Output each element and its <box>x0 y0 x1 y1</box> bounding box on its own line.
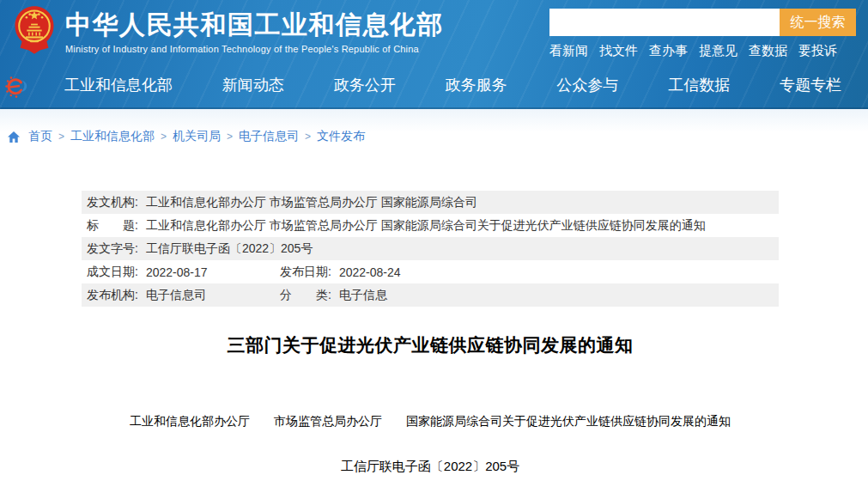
breadcrumb-bar: 首页 > 工业和信息化部 > 机关司局 > 电子信息司 > 文件发布 <box>0 109 868 151</box>
main-nav: 工业和信息化部 新闻动态 政务公开 政务服务 公众参与 工信数据 专题专栏 <box>64 75 841 95</box>
meta-row-publisher-category: 发布机构: 电子信息司 分 类: 电子信息 <box>82 283 779 307</box>
document-meta-table: 发文机构: 工业和信息化部办公厅 市场监管总局办公厅 国家能源局综合司 标 题:… <box>82 191 779 307</box>
breadcrumb-separator: > <box>305 131 311 143</box>
article-title: 三部门关于促进光伏产业链供应链协同发展的通知 <box>82 333 779 357</box>
quick-link-services[interactable]: 查办事 <box>649 43 688 59</box>
quick-link-documents[interactable]: 找文件 <box>599 43 638 59</box>
meta-label: 发布日期: <box>280 265 331 280</box>
meta-value: 电子信息司 <box>146 288 206 303</box>
quick-link-news[interactable]: 看新闻 <box>549 43 588 59</box>
nav-item-public-participation[interactable]: 公众参与 <box>556 75 618 95</box>
breadcrumb-item-document-release: 文件发布 <box>317 129 365 144</box>
breadcrumb-item-departments[interactable]: 机关司局 <box>173 129 221 144</box>
article-byline: 工业和信息化部办公厅 市场监管总局办公厅 国家能源局综合司关于促进光伏产业链供应… <box>82 414 779 429</box>
quick-links: 看新闻 找文件 查办事 提意见 查数据 要投诉 <box>549 43 856 59</box>
quick-link-data[interactable]: 查数据 <box>749 43 787 59</box>
nav-item-gov-services[interactable]: 政务服务 <box>445 75 507 95</box>
meta-value: 2022-08-17 <box>146 265 208 279</box>
nav-item-gov-affairs[interactable]: 政务公开 <box>334 75 396 95</box>
site-header: 中华人民共和国工业和信息化部 Ministry of Industry and … <box>0 0 868 109</box>
site-title-english: Ministry of Industry and Information Tec… <box>65 44 444 54</box>
article-doc-number: 工信厅联电子函〔2022〕205号 <box>82 459 779 475</box>
nav-item-miit[interactable]: 工业和信息化部 <box>64 75 173 95</box>
nav-item-miit-data[interactable]: 工信数据 <box>668 75 730 95</box>
quick-link-feedback[interactable]: 提意见 <box>699 43 737 59</box>
meta-value: 工业和信息化部办公厅 市场监管总局办公厅 国家能源局综合司关于促进光伏产业链供应… <box>146 218 706 234</box>
nav-item-special-columns[interactable]: 专题专栏 <box>780 75 841 95</box>
site-title: 中华人民共和国工业和信息化部 <box>65 10 444 40</box>
meta-value: 工业和信息化部办公厅 市场监管总局办公厅 国家能源局综合司 <box>146 195 477 210</box>
meta-row-document-number: 发文字号: 工信厅联电子函〔2022〕205号 <box>82 237 779 260</box>
search-area: 统一搜索 看新闻 找文件 查办事 提意见 查数据 要投诉 <box>549 9 856 59</box>
national-emblem-logo[interactable] <box>12 5 57 58</box>
meta-label: 发布机构: <box>87 288 138 303</box>
breadcrumb-item-electronic-info-dept[interactable]: 电子信息司 <box>239 129 299 144</box>
quick-link-complaint[interactable]: 要投诉 <box>798 43 837 59</box>
breadcrumb-separator: > <box>227 131 233 143</box>
meta-label: 发文字号: <box>87 241 138 257</box>
unified-search-button[interactable]: 统一搜索 <box>780 9 856 36</box>
breadcrumb: 首页 > 工业和信息化部 > 机关司局 > 电子信息司 > 文件发布 <box>7 129 365 144</box>
breadcrumb-separator: > <box>161 131 167 143</box>
breadcrumb-separator: > <box>58 131 64 143</box>
masthead-home-link[interactable]: 中华人民共和国工业和信息化部 Ministry of Industry and … <box>65 10 444 54</box>
breadcrumb-item-miit[interactable]: 工业和信息化部 <box>70 129 155 144</box>
breadcrumb-item-home[interactable]: 首页 <box>28 129 52 144</box>
meta-value: 工信厅联电子函〔2022〕205号 <box>146 241 313 257</box>
miit-logo-icon[interactable] <box>5 76 27 101</box>
meta-row-issuing-agency: 发文机构: 工业和信息化部办公厅 市场监管总局办公厅 国家能源局综合司 <box>82 191 779 214</box>
meta-row-title: 标 题: 工业和信息化部办公厅 市场监管总局办公厅 国家能源局综合司关于促进光伏… <box>82 214 779 237</box>
home-icon[interactable] <box>7 131 21 143</box>
meta-value: 2022-08-24 <box>339 265 401 279</box>
document-content: 发文机构: 工业和信息化部办公厅 市场监管总局办公厅 国家能源局综合司 标 题:… <box>82 191 779 475</box>
search-input[interactable] <box>549 9 780 36</box>
meta-label: 标 题: <box>87 218 138 234</box>
nav-item-news[interactable]: 新闻动态 <box>222 75 284 95</box>
meta-label: 发文机构: <box>87 195 138 210</box>
meta-row-dates: 成文日期: 2022-08-17 发布日期: 2022-08-24 <box>82 260 779 283</box>
meta-label: 分 类: <box>280 288 331 303</box>
national-emblem-icon <box>12 5 57 55</box>
meta-label: 成文日期: <box>87 265 138 280</box>
meta-value: 电子信息 <box>339 288 387 303</box>
